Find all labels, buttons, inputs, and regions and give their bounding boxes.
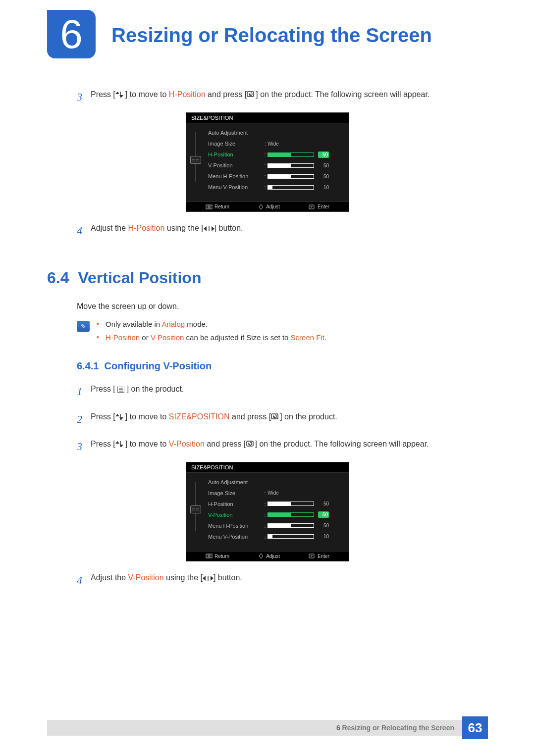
step-text: Adjust the H-Position using the [] butto… <box>91 222 488 239</box>
osd-label: Auto Adjustment <box>208 479 263 485</box>
section-6-4-heading: 6.4 Vertical Position <box>47 269 488 287</box>
page-footer: 6 Resizing or Relocating the Screen 63 <box>47 716 488 739</box>
osd-adjust-hint: Adjust <box>258 204 280 209</box>
step-text: Press [] to move to V-Position and press… <box>91 438 488 455</box>
menu-icon <box>117 387 124 393</box>
subsection-title: Configuring V-Position <box>105 360 212 371</box>
osd-label: Menu V-Position <box>208 184 263 190</box>
osd-row: Menu V-Position:10 <box>205 531 344 542</box>
enter-icon <box>247 91 256 98</box>
osd-row: Image Size:Wide <box>205 488 344 499</box>
osd-enter-hint: Enter <box>309 554 329 559</box>
enter-icon <box>271 413 280 420</box>
footer-chapter-number: 6 <box>336 724 340 732</box>
step-number: 3 <box>77 438 91 455</box>
section-number: 6.4 <box>47 269 69 287</box>
step-number: 4 <box>77 222 91 239</box>
step-text: Adjust the V-Position using the [] butto… <box>91 571 488 589</box>
osd-label: V-Position <box>208 512 263 518</box>
osd-row: V-Position:50 <box>205 160 344 171</box>
section-title: Vertical Position <box>78 269 201 287</box>
osd-footer: ReturnAdjustEnter <box>186 202 349 211</box>
size-position-highlight: SIZE&POSITION <box>169 412 230 421</box>
analog-highlight: Analog <box>161 320 185 328</box>
note-item: H-Position or V-Position can be adjusted… <box>97 333 326 342</box>
step-number: 4 <box>77 571 91 589</box>
step-text: Press [] to move to H-Position and press… <box>91 88 488 105</box>
note-item: Only available in Analog mode. <box>97 320 326 328</box>
osd-label: Auto Adjustment <box>208 130 263 136</box>
up-down-icon <box>115 413 125 420</box>
osd-label: H-Position <box>208 501 263 507</box>
step-number: 1 <box>77 383 91 400</box>
step-number: 3 <box>77 88 91 105</box>
note-icon: ✎ <box>77 321 90 332</box>
osd-row: Image Size:Wide <box>205 138 344 149</box>
osd-menu-hposition: SIZE&POSITION▭▭Auto AdjustmentImage Size… <box>186 112 349 212</box>
osd-adjust-hint: Adjust <box>258 554 280 559</box>
osd-row: Menu H-Position:50 <box>205 171 344 182</box>
step-2-vposition: 2 Press [] to move to SIZE&POSITION and … <box>77 410 488 428</box>
enter-icon <box>246 441 255 448</box>
step-text: Press [] to move to SIZE&POSITION and pr… <box>91 410 488 428</box>
svg-rect-9 <box>309 205 314 209</box>
v-position-highlight: V-Position <box>151 333 184 342</box>
h-position-highlight: H-Position <box>106 333 140 342</box>
osd-label: Menu H-Position <box>208 523 263 529</box>
step-3-hposition: 3 Press [] to move to H-Position and pre… <box>77 88 488 105</box>
step-number: 2 <box>77 410 91 428</box>
subsection-number: 6.4.1 <box>77 360 99 371</box>
up-down-icon <box>115 441 125 448</box>
screen-fit-highlight: Screen Fit <box>291 333 324 342</box>
osd-footer: ReturnAdjustEnter <box>186 551 349 561</box>
osd-label: V-Position <box>208 162 263 168</box>
footer-chapter-title: Resizing or Relocating the Screen <box>342 724 454 732</box>
step-1-vposition: 1 Press [ ] on the product. <box>77 383 488 400</box>
note-list: Only available in Analog mode. H-Positio… <box>97 320 326 347</box>
left-right-icon <box>204 226 214 232</box>
osd-row: H-Position:50 <box>205 499 344 509</box>
h-position-highlight: H-Position <box>128 224 165 232</box>
size-position-icon: ▭▭ <box>190 156 201 164</box>
footer-bar: 6 Resizing or Relocating the Screen <box>47 720 462 736</box>
footer-page-number: 63 <box>462 716 488 739</box>
note-block: ✎ Only available in Analog mode. H-Posit… <box>77 320 488 347</box>
osd-title: SIZE&POSITION <box>186 113 349 123</box>
step-text: Press [ ] on the product. <box>91 383 488 400</box>
osd-row: H-Position:50 <box>205 149 344 160</box>
section-description: Move the screen up or down. <box>77 302 488 311</box>
step-3-vposition: 3 Press [] to move to V-Position and pre… <box>77 438 488 455</box>
osd-menu-vposition: SIZE&POSITION▭▭Auto AdjustmentImage Size… <box>186 462 349 561</box>
page-header: 6 Resizing or Relocating the Screen <box>0 0 535 58</box>
step-4-vposition: 4 Adjust the V-Position using the [] but… <box>77 571 488 589</box>
subsection-6-4-1-heading: 6.4.1 Configuring V-Position <box>77 360 488 372</box>
chapter-number-badge: 6 <box>47 10 96 58</box>
osd-enter-hint: Enter <box>309 204 329 209</box>
osd-label: H-Position <box>208 151 263 157</box>
osd-return-hint: Return <box>206 554 229 559</box>
step-4-hposition: 4 Adjust the H-Position using the [] but… <box>77 222 488 239</box>
osd-row: Menu H-Position:50 <box>205 520 344 531</box>
osd-label: Menu V-Position <box>208 534 263 540</box>
osd-title: SIZE&POSITION <box>186 462 349 473</box>
osd-row: Auto Adjustment <box>205 127 344 138</box>
osd-label: Menu H-Position <box>208 173 263 179</box>
osd-row: Menu V-Position:10 <box>205 182 344 193</box>
up-down-icon <box>115 91 125 98</box>
svg-rect-14 <box>309 554 314 558</box>
chapter-title: Resizing or Relocating the Screen <box>111 24 432 47</box>
left-right-icon <box>203 575 214 581</box>
size-position-icon: ▭▭ <box>190 505 201 513</box>
v-position-highlight: V-Position <box>169 440 205 448</box>
osd-label: Image Size <box>208 141 263 147</box>
osd-label: Image Size <box>208 490 263 496</box>
h-position-highlight: H-Position <box>169 90 206 99</box>
osd-row: Auto Adjustment <box>205 477 344 488</box>
osd-return-hint: Return <box>206 204 229 209</box>
v-position-highlight: V-Position <box>128 573 164 582</box>
osd-row: V-Position:50 <box>205 509 344 520</box>
